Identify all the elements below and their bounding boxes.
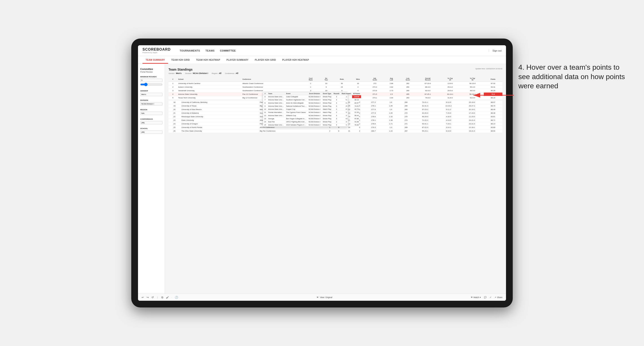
panel-header: Team Standings Gender: Men's Division: N… [168,68,502,74]
cell-overall-record: 87-25-1 [416,93,439,96]
cell-vs-top50: 23-21-0 [460,122,484,126]
cell-conference: Big Ten Conference [259,129,325,133]
cell-school: Texas Tech University [177,96,241,100]
tt-cell-team: Arizona State University [267,114,285,117]
table-row[interactable]: 1 University of North Carolina Atlantic … [168,82,502,85]
watch-button[interactable]: 👁 Watch ▾ [471,296,481,299]
tt-cell-rank-impact: 0 [340,114,352,117]
table-row[interactable]: 2 Auburn University Southeastern Confere… [168,85,502,89]
tab-team-summary[interactable]: TEAM SUMMARY [142,57,168,64]
cell-low-score: 260 [399,101,413,104]
table-row[interactable]: 26 The Ohio State University Big Ten Con… [168,129,502,133]
share-button[interactable]: ↗ Share [494,296,502,299]
tt-cell-type: Stroke Play [322,117,332,120]
cell-points[interactable]: 83.89 [484,126,502,129]
nav-teams[interactable]: TEAMS [205,48,214,53]
cell-points[interactable]: 88.48 [484,111,502,115]
cell-rank: 21 [168,111,180,115]
view-label[interactable]: View: Original [320,296,332,299]
cell-adj-score: 278.6 [364,115,383,119]
cell-points[interactable]: 88.49 [484,108,502,111]
cell-points[interactable]: 97.02 [484,82,502,85]
region-select[interactable]: N/A [140,112,162,115]
cell-rank: 3 [168,89,177,93]
cell-low-score: 260 [399,85,416,89]
cell-adj-score: 278.6 [364,122,383,126]
cell-school: University of New Mexico [180,108,259,111]
tab-player-summary[interactable]: PLAYER SUMMARY [223,57,252,64]
tt-cell-division: NCAA Division I [308,105,322,108]
copy-icon[interactable]: ⧉ [161,296,163,299]
cell-vs-top25: 31-8-0 [439,96,461,100]
cell-points[interactable]: 88.70 [484,104,502,108]
school-select[interactable]: (All) [140,130,162,134]
col-adj-score: Adj.Score [366,77,384,82]
tt-cell-team: Arizona State University [267,98,285,102]
expand-button[interactable]: ⤢ [490,296,492,299]
tt-cell-event: Ben Hogan Collegiate Invitational [285,117,308,120]
comment-button[interactable]: 💬 [484,296,486,299]
tab-team-h2h-heatmap[interactable]: TEAM H2H HEATMAP [193,57,223,64]
cell-adj-score: 273.1 [366,96,384,100]
conference-select[interactable]: (All) [140,121,162,124]
min-rounds-input[interactable] [140,79,162,82]
gender-select[interactable]: Men's Women's [140,93,162,96]
tt-cell-rounds: 3 [332,98,340,102]
red-arrow [469,90,518,101]
tt-cell-rounds: 3 [332,105,340,108]
cell-points[interactable]: 88.71 [484,119,502,122]
cell-low-score: 266 [399,104,413,108]
tt-cell-num: 8 [263,102,267,105]
cell-adj-score: 272.3 [366,85,384,89]
tt-cell-division: NCAA Division I [308,95,322,98]
cell-avg-low: 2.64 [384,96,399,100]
tt-cell-event: OFCC Fighting Illini Invitational [285,120,308,124]
tt-cell-type: Stroke Play [322,120,332,124]
nav-committee[interactable]: COMMITTEE [220,48,236,53]
tooltip-row: 10 Arizona State University Copper Cup N… [263,108,361,111]
tooltip-row: 15 Arizona State University 2023 Sahalee… [263,124,361,127]
undo-icon[interactable]: ↩ [142,296,144,299]
nav-tournaments[interactable]: TOURNAMENTS [180,48,200,53]
sidebar-subtitle: Portal Review [140,71,162,73]
refresh-icon[interactable]: ↺ [152,296,154,299]
tt-cell-event: Copper Cup [285,108,308,111]
sidebar-conference: Conference (All) [140,118,162,124]
tab-team-h2h-grid[interactable]: TEAM H2H GRID [168,57,193,64]
app-logo: SCOREBOARD [142,47,171,51]
toolbar-left: ↩ ↪ ↺ | ⧉ 🖌 · 🕐 [142,296,178,299]
cell-rank: 22 [168,115,180,119]
tt-cell-event: National Invitational Tournament [285,105,308,108]
tab-player-h2h-heatmap[interactable]: PLAYER H2H HEATMAP [279,57,312,64]
tooltip-row: 7 Arizona State University Southern High… [263,98,361,102]
redo-icon[interactable]: ↪ [146,296,149,299]
cell-overall-record: 86-4-0 [416,85,439,89]
cell-vs-top50: 17-19-0 [460,111,484,115]
cell-conference: Atlantic Coast Conference [241,82,302,85]
paint-icon[interactable]: 🖌 [166,296,169,299]
tt-cell-points: 74.01 [352,105,361,108]
tt-cell-team: Arizona State University [267,102,285,105]
sidebar-region: Region N/A [140,109,162,115]
main-table-wrapper: # School Conference ConfRank NoTour Rnds… [168,77,502,100]
tt-cell-rank-impact: +3 [340,117,352,120]
cell-points[interactable]: 88.14 [484,122,502,126]
filter-region: Region: All [212,72,221,74]
sign-out-link[interactable]: Sign out [489,49,502,52]
cell-low-score: 272 [399,111,413,115]
tt-cell-rounds: 3 [332,102,340,105]
tab-player-h2h-grid[interactable]: PLAYER H2H GRID [252,57,279,64]
clock-icon[interactable]: 🕐 [175,296,178,299]
cell-adj-score: 278.1 [364,119,383,122]
cell-overall-record: 63-5-0 [416,89,439,93]
tt-cell-points: 41.06 [352,120,361,124]
tt-cell-division: NCAA Division I [308,117,322,120]
min-rounds-slider[interactable] [140,83,162,86]
cell-points[interactable]: 83.81 [484,115,502,119]
division-select[interactable]: NCAA Division I [140,102,162,106]
cell-points[interactable]: 88.94 [484,129,502,133]
cell-points[interactable]: 88.07 [484,101,502,104]
cell-points[interactable]: 93.31 [484,85,502,89]
tablet-screen: SCOREBOARD Powered by clippd TOURNAMENTS… [138,45,506,301]
tt-cell-type: Stroke Play [322,98,332,102]
